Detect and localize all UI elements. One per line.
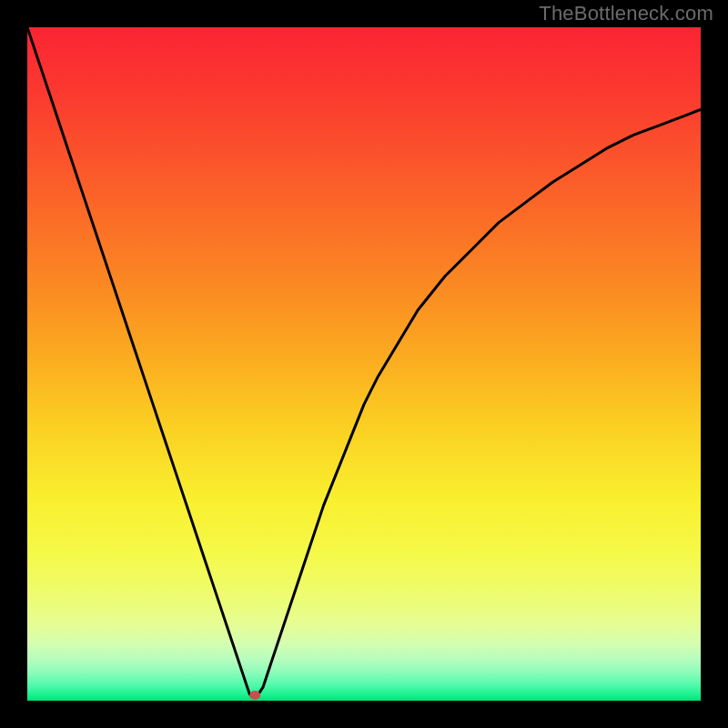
gradient-background: [27, 27, 701, 701]
watermark-text: TheBottleneck.com: [539, 2, 713, 25]
bottleneck-point-marker: [249, 691, 260, 700]
chart-svg: [27, 27, 701, 701]
plot-area: [27, 27, 701, 701]
chart-container: TheBottleneck.com: [0, 0, 728, 728]
